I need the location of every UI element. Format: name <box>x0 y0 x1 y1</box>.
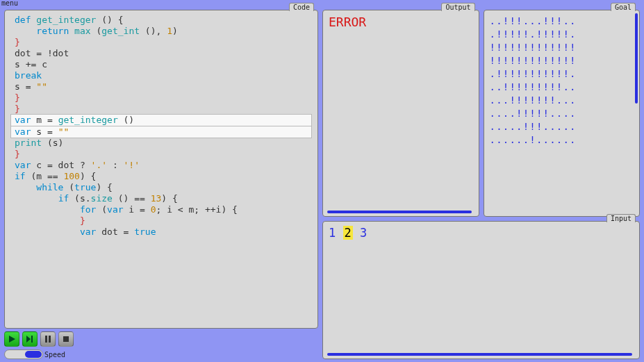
code-line[interactable]: def get_integer () { <box>10 15 312 26</box>
step-button[interactable] <box>22 331 38 347</box>
play-button[interactable] <box>4 331 19 347</box>
output-scrollbar[interactable] <box>327 211 472 213</box>
code-line[interactable]: var s = "" <box>10 126 312 138</box>
controls <box>4 329 318 347</box>
code-line[interactable]: for (var i = 0; i < m; ++i) { <box>10 204 312 215</box>
output-panel: ERROR <box>322 10 479 217</box>
code-line[interactable]: if (s.size () == 13) { <box>10 193 312 204</box>
speed-slider-knob[interactable] <box>25 351 42 358</box>
input-panel: 1 2 3 <box>322 221 640 359</box>
code-line[interactable]: s = "" <box>10 81 312 92</box>
code-line[interactable]: while (true) { <box>10 182 312 193</box>
goal-panel-label: Goal <box>611 3 636 11</box>
output-panel-label: Output <box>441 3 474 11</box>
code-line[interactable]: var m = get_integer () <box>10 114 312 126</box>
code-line[interactable]: return max (get_int (), 1) <box>10 26 312 37</box>
svg-rect-3 <box>45 336 47 343</box>
code-line[interactable]: if (m == 100) { <box>10 171 312 182</box>
output-text: ERROR <box>329 15 473 29</box>
code-panel[interactable]: def get_integer () { return max (get_int… <box>4 10 318 329</box>
menu-item[interactable]: menu <box>1 0 18 7</box>
goal-panel: ..!!!...!!!.. .!!!!!.!!!!!. !!!!!!!!!!!!… <box>484 10 641 217</box>
pause-button[interactable] <box>40 331 56 347</box>
svg-rect-5 <box>63 336 69 342</box>
code-line[interactable]: } <box>10 215 312 227</box>
code-line[interactable]: print (s) <box>10 138 312 149</box>
code-line[interactable]: dot = !dot <box>10 48 312 59</box>
code-line[interactable]: } <box>10 104 312 115</box>
input-panel-label: Input <box>606 214 636 222</box>
code-line[interactable]: var c = dot ? '.' : '!' <box>10 160 312 171</box>
input-scrollbar[interactable] <box>327 353 632 356</box>
speed-slider[interactable] <box>4 349 43 359</box>
stop-button[interactable] <box>58 331 74 347</box>
code-line[interactable]: var dot = true <box>10 227 312 238</box>
goal-scrollbar[interactable] <box>635 13 638 104</box>
code-line[interactable]: } <box>10 149 312 160</box>
svg-rect-2 <box>31 336 33 343</box>
speed-label: Speed <box>44 351 65 359</box>
code-line[interactable]: } <box>10 37 312 48</box>
code-line[interactable]: } <box>10 92 312 104</box>
svg-marker-1 <box>26 336 31 343</box>
svg-marker-0 <box>9 336 15 343</box>
input-token-highlighted: 2 <box>343 226 353 240</box>
code-line[interactable]: break <box>10 70 312 81</box>
svg-rect-4 <box>49 336 51 343</box>
goal-text: ..!!!...!!!.. .!!!!!.!!!!!. !!!!!!!!!!!!… <box>490 15 634 147</box>
menubar[interactable]: menu <box>0 0 644 10</box>
input-text: 1 2 3 <box>329 226 634 240</box>
code-line[interactable]: s += c <box>10 59 312 70</box>
code-panel-label: Code <box>289 3 314 11</box>
